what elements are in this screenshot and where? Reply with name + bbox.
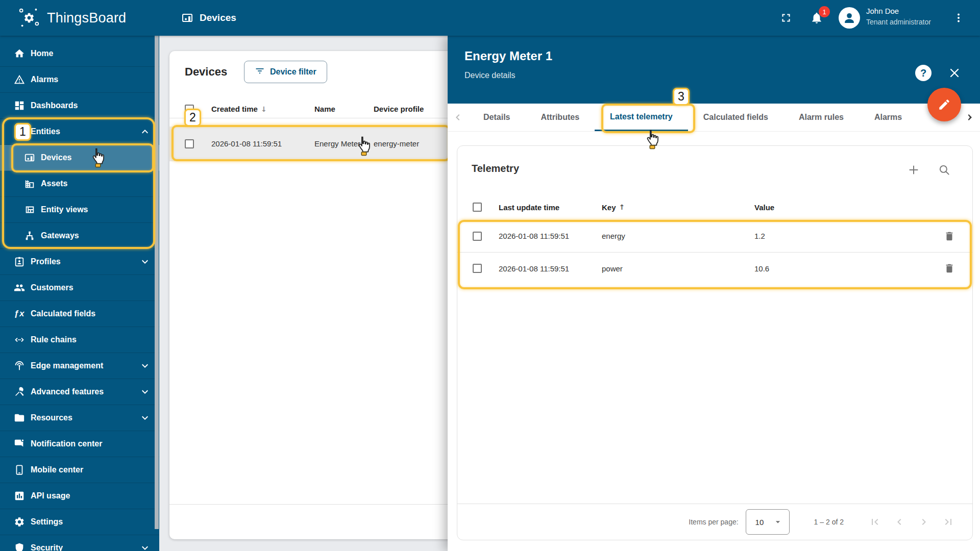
customers-icon [13,282,26,294]
last-update-time-header-label: Last update time [499,203,559,212]
telemetry-time: 2026-01-08 11:59:51 [499,232,602,240]
sidebar-item-label: Home [31,49,53,58]
device-filter-button[interactable]: Device filter [244,61,327,83]
tools-icon [13,386,26,398]
sidebar-item-gateways[interactable]: Gateways [0,223,159,249]
user-avatar[interactable] [837,0,862,36]
edit-device-fab[interactable] [927,88,961,121]
tab-attributes[interactable]: Attributes [525,104,595,131]
tab-calculated-fields[interactable]: Calculated fields [688,104,783,131]
sidebar-item-settings[interactable]: Settings [0,509,159,535]
telemetry-row-energy: 2026-01-08 11:59:51 energy 1.2 [457,220,972,252]
sidebar-item-label: Devices [41,153,72,162]
device-created-time: 2026-01-08 11:59:51 [211,139,314,148]
user-info[interactable]: John Doe Tenant administrator [866,7,931,26]
row-checkbox[interactable] [473,232,482,241]
last-page-button[interactable] [940,513,957,531]
sidebar-item-entity-views[interactable]: Entity views [0,197,159,223]
telemetry-key: energy [602,232,754,240]
sidebar-item-edge-management[interactable]: Edge management [0,353,159,379]
app-logo[interactable]: ThingsBoard [17,6,126,30]
sidebar-item-rule-chains[interactable]: Rule chains [0,327,159,353]
row-checkbox[interactable] [473,264,482,273]
column-header-value[interactable]: Value [754,203,926,212]
devices-icon [181,12,193,24]
filter-icon [255,66,265,78]
delete-telemetry-button[interactable] [940,259,959,278]
created-time-header-label: Created time [211,105,258,113]
device-filter-label: Device filter [270,67,316,77]
sidebar-item-security[interactable]: Security [0,535,159,551]
select-all-checkbox[interactable] [185,105,194,114]
sidebar-item-home[interactable]: Home [0,41,159,67]
plus-icon [907,163,920,177]
tabs-scroll-left-icon[interactable] [448,104,468,131]
select-all-checkbox[interactable] [473,203,482,212]
sidebar-item-label: Calculated fields [31,309,95,318]
sidebar-item-notification-center[interactable]: Notification center [0,431,159,457]
select-caret-icon [773,517,783,527]
tabs-scroll-right-icon[interactable] [960,104,980,131]
tab-alarm-rules[interactable]: Alarm rules [783,104,859,131]
telemetry-paginator: Items per page: 10 1 – 2 of 2 [457,504,972,540]
items-per-page-select[interactable]: 10 [746,509,790,535]
more-options-kebab-icon[interactable] [947,0,970,36]
breadcrumb-label: Devices [200,12,236,23]
add-telemetry-button[interactable] [906,163,921,177]
sidebar-item-entities[interactable]: Entities [0,119,159,145]
row-checkbox[interactable] [185,139,194,148]
column-header-created-time[interactable]: Created time ↓ [211,105,314,113]
sidebar-item-label: Mobile center [31,465,83,474]
devices-icon [23,152,36,164]
sidebar-item-calculated-fields[interactable]: ƒx Calculated fields [0,301,159,327]
sidebar-item-label: Edge management [31,361,103,370]
telemetry-value: 10.6 [754,264,926,273]
dashboards-icon [13,99,26,112]
sidebar-item-label: API usage [31,491,70,500]
pencil-icon [938,98,951,111]
notification-bubble-icon [13,438,26,450]
next-page-button[interactable] [915,513,933,531]
sidebar-item-label: Resources [31,413,72,422]
chevron-down-icon [139,256,151,268]
first-page-button[interactable] [866,513,884,531]
sidebar-item-label: Advanced features [31,387,104,396]
sidebar-item-alarms[interactable]: Alarms [0,67,159,93]
sidebar-item-label: Rule chains [31,335,77,344]
sidebar-item-dashboards[interactable]: Dashboards [0,93,159,119]
sidebar-item-label: Assets [41,179,67,188]
notifications-bell-icon[interactable]: 1 [803,0,830,36]
sidebar-item-resources[interactable]: Resources [0,405,159,431]
column-header-name[interactable]: Name [314,105,374,113]
column-header-last-update-time[interactable]: Last update time [499,203,602,212]
sidebar-item-label: Notification center [31,439,102,448]
tab-alarms[interactable]: Alarms [859,104,917,131]
close-icon[interactable] [947,66,962,80]
sidebar-item-api-usage[interactable]: API usage [0,483,159,509]
sidebar-scrollbar-thumb[interactable] [155,36,159,529]
sidebar-item-assets[interactable]: Assets [0,171,159,197]
sidebar-item-customers[interactable]: Customers [0,275,159,301]
bar-chart-icon [13,490,26,502]
fullscreen-icon[interactable] [773,0,799,36]
help-button[interactable]: ? [915,65,932,81]
prev-page-button[interactable] [891,513,908,531]
avatar-person-icon [839,7,860,29]
trash-icon [944,263,955,274]
sidebar-item-profiles[interactable]: Profiles [0,249,159,275]
search-telemetry-button[interactable] [937,163,951,177]
sidebar-item-devices[interactable]: Devices [0,145,159,171]
delete-telemetry-button[interactable] [940,227,959,245]
value-header-label: Value [754,203,774,212]
column-header-key[interactable]: Key ↑ [602,203,754,212]
telemetry-value: 1.2 [754,232,926,240]
tab-latest-telemetry[interactable]: Latest telemetry [595,104,688,131]
tab-details[interactable]: Details [468,104,525,131]
sidebar-nav: Home Alarms Dashboards Entities Devices … [0,36,159,551]
profiles-icon [13,256,26,268]
sidebar-item-advanced-features[interactable]: Advanced features [0,379,159,405]
telemetry-row-power: 2026-01-08 11:59:51 power 10.6 [457,252,972,284]
sidebar-item-mobile-center[interactable]: Mobile center [0,457,159,483]
chevron-up-icon [139,126,151,138]
function-fx-icon: ƒx [13,308,26,320]
